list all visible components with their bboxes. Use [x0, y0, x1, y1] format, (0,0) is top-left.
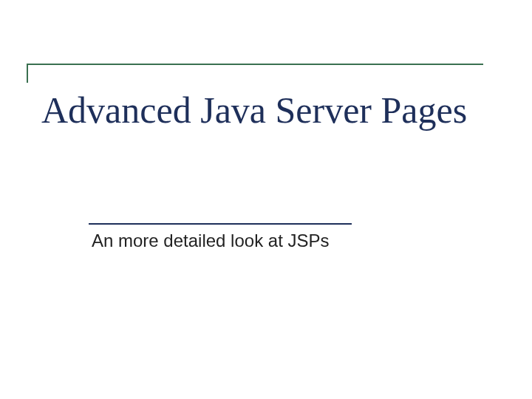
subtitle-divider [89, 223, 352, 225]
accent-corner-decoration [27, 64, 483, 83]
page-title: Advanced Java Server Pages [41, 89, 467, 132]
page-subtitle: An more detailed look at JSPs [92, 231, 330, 251]
